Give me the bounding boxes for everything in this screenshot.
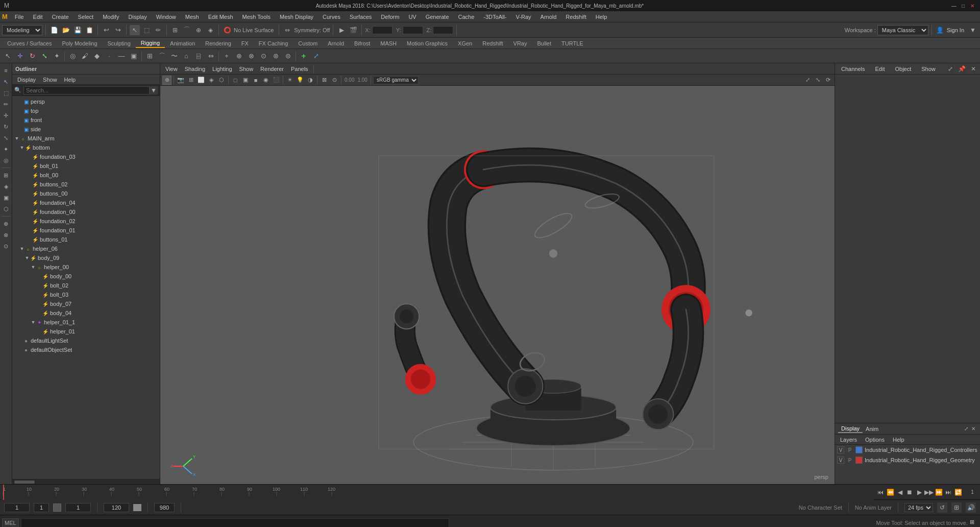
sidebar-softsel-icon[interactable]: ◎ <box>1 155 11 165</box>
save-file-icon[interactable]: 💾 <box>72 25 83 35</box>
layer-controllers[interactable]: V P Industrial_Robotic_Hand_Rigged_Contr… <box>835 445 980 455</box>
sign-in-label[interactable]: Sign In <box>947 27 964 33</box>
pb-next-frame-button[interactable]: ⏩ <box>934 488 943 497</box>
tree-item-body09[interactable]: ▼ ⚡ body_09 <box>12 253 160 262</box>
vp-select-mode-icon[interactable]: ⊕ <box>162 76 172 85</box>
vertex-mode-icon[interactable]: · <box>104 51 115 62</box>
vp-menu-lighting[interactable]: Lighting <box>209 65 235 73</box>
pb-prev-frame-button[interactable]: ⏪ <box>886 488 895 497</box>
parent-constraint-icon[interactable]: + <box>221 51 232 62</box>
sidebar-display3-icon[interactable]: ▣ <box>1 193 11 203</box>
tab-redshift[interactable]: Redshift <box>477 39 508 47</box>
soft-select-icon[interactable]: ◎ <box>67 51 78 62</box>
tree-item-top[interactable]: ▣ top <box>12 106 160 115</box>
rp-options-menu[interactable]: Options <box>863 436 887 443</box>
point-constraint-icon[interactable]: ⊕ <box>233 51 244 62</box>
sidebar-snap2-icon[interactable]: ⊗ <box>1 230 11 240</box>
menu-modify[interactable]: Modify <box>99 13 123 21</box>
menu-display[interactable]: Display <box>125 13 151 21</box>
outliner-menu-display[interactable]: Display <box>14 76 39 83</box>
range-start-input[interactable] <box>65 503 91 512</box>
menu-generate[interactable]: Generate <box>422 13 453 21</box>
sidebar-display2-icon[interactable]: ◈ <box>1 181 11 191</box>
plus-icon[interactable]: + <box>298 51 309 62</box>
rp-pin-icon[interactable]: 📌 <box>958 65 966 73</box>
sidebar-display4-icon[interactable]: ⬡ <box>1 204 11 214</box>
scale-constraint-icon[interactable]: ⊙ <box>258 51 269 62</box>
tree-item-bolt02[interactable]: ⚡ bolt_02 <box>12 281 160 290</box>
hscroll-thumb[interactable] <box>14 481 35 484</box>
move-tool-icon[interactable]: ✛ <box>14 51 26 62</box>
tab-turtle[interactable]: TURTLE <box>556 39 589 47</box>
tree-item-default-object-set[interactable]: ● defaultObjectSet <box>12 345 160 354</box>
rp-layers-expand-icon[interactable]: ⤢ <box>963 425 970 433</box>
vp-expand-icon[interactable]: ⤢ <box>803 76 812 85</box>
face-mode-icon[interactable]: ▣ <box>128 51 139 62</box>
pb-skip-start-button[interactable]: ⏮ <box>876 488 885 497</box>
vp-grid-icon[interactable]: ⊞ <box>186 76 195 85</box>
layer-vis-geometry[interactable]: V <box>837 457 844 464</box>
detach-skin-icon[interactable]: ⌸ <box>193 51 204 62</box>
mode-select[interactable]: Modeling Rigging Animation <box>2 25 42 35</box>
rp-expand-icon[interactable]: ⤢ <box>947 65 954 73</box>
tab-motion-graphics[interactable]: Motion Graphics <box>402 39 453 47</box>
vp-shade4-icon[interactable]: ◉ <box>261 76 271 85</box>
menu-edit[interactable]: Edit <box>29 13 47 21</box>
tree-item-bolt01[interactable]: ⚡ bolt_01 <box>12 161 160 171</box>
restore-button[interactable]: □ <box>960 2 967 9</box>
snap-surface-icon[interactable]: ◈ <box>205 25 215 35</box>
expand-helper00-arrow[interactable]: ▼ <box>31 265 36 270</box>
tab-curves-surfaces[interactable]: Curves / Surfaces <box>2 39 57 47</box>
outliner-hscroll[interactable] <box>12 479 160 484</box>
snap-grid-icon[interactable]: ⊞ <box>170 25 180 35</box>
fps-select[interactable]: 24 fps 30 fps <box>904 503 933 512</box>
new-file-icon[interactable]: 📄 <box>49 25 59 35</box>
pb-stop-button[interactable]: ⏹ <box>905 488 914 497</box>
workspace-select[interactable]: Maya Classic <box>877 25 928 35</box>
menu-file[interactable]: File <box>11 13 28 21</box>
tree-item-helper01[interactable]: ⚡ helper_01 <box>12 327 160 336</box>
rp-edit-menu[interactable]: Edit <box>872 65 888 73</box>
menu-mesh[interactable]: Mesh <box>181 13 203 21</box>
snap-icon[interactable]: ⤢ <box>310 51 322 62</box>
tree-item-foundation03[interactable]: ⚡ foundation_03 <box>12 152 160 161</box>
tab-poly-modeling[interactable]: Poly Modeling <box>57 39 102 47</box>
rp-tab-anim[interactable]: Anim <box>863 425 881 433</box>
vp-shade1-icon[interactable]: □ <box>231 76 240 85</box>
vp-light2-icon[interactable]: 💡 <box>296 76 305 85</box>
range-thumb[interactable] <box>133 504 141 511</box>
tree-item-buttons00[interactable]: ⚡ buttons_00 <box>12 189 160 198</box>
sidebar-snap3-icon[interactable]: ⊙ <box>1 241 11 251</box>
vp-menu-renderer[interactable]: Renderer <box>257 65 287 73</box>
minimize-button[interactable]: — <box>950 2 958 9</box>
aim-constraint-icon[interactable]: ⊛ <box>270 51 281 62</box>
lasso-icon[interactable]: ⬚ <box>141 25 152 35</box>
sidebar-lasso-icon[interactable]: ⬚ <box>1 88 11 98</box>
tree-item-persp[interactable]: ▣ persp <box>12 97 160 106</box>
tree-item-front[interactable]: ▣ front <box>12 115 160 125</box>
tree-item-body07[interactable]: ⚡ body_07 <box>12 299 160 308</box>
bb-capture-icon[interactable]: ⊞ <box>951 502 962 513</box>
tab-bifrost[interactable]: Bifrost <box>349 39 375 47</box>
rotate-tool-icon[interactable]: ↻ <box>27 51 38 62</box>
outliner-menu-show[interactable]: Show <box>40 76 60 83</box>
menu-uv[interactable]: UV <box>404 13 420 21</box>
expand-main-arm-arrow[interactable]: ▼ <box>14 136 19 141</box>
undo-icon[interactable]: ↩ <box>101 25 111 35</box>
sidebar-select-icon[interactable]: ↖ <box>1 77 11 87</box>
sign-in-icon[interactable]: 👤 <box>935 25 945 35</box>
outliner-menu-help[interactable]: Help <box>61 76 79 83</box>
close-button[interactable]: ✕ <box>969 2 976 9</box>
tab-rendering[interactable]: Rendering <box>200 39 236 47</box>
outliner-filter-icon[interactable]: ▼ <box>150 86 158 94</box>
menu-3dtoall[interactable]: -3DToAll- <box>479 13 510 21</box>
sidebar-manip-icon[interactable]: ✦ <box>1 144 11 154</box>
vp-menu-view[interactable]: View <box>162 65 181 73</box>
tree-item-buttons01[interactable]: ⚡ buttons_01 <box>12 235 160 244</box>
menu-redshift[interactable]: Redshift <box>561 13 590 21</box>
rp-layers-close-icon[interactable]: ✕ <box>970 425 977 433</box>
menu-select[interactable]: Select <box>74 13 98 21</box>
bind-skin-icon[interactable]: ⌂ <box>181 51 192 62</box>
x-coord-input[interactable] <box>372 26 393 34</box>
tab-mash[interactable]: MASH <box>375 39 402 47</box>
